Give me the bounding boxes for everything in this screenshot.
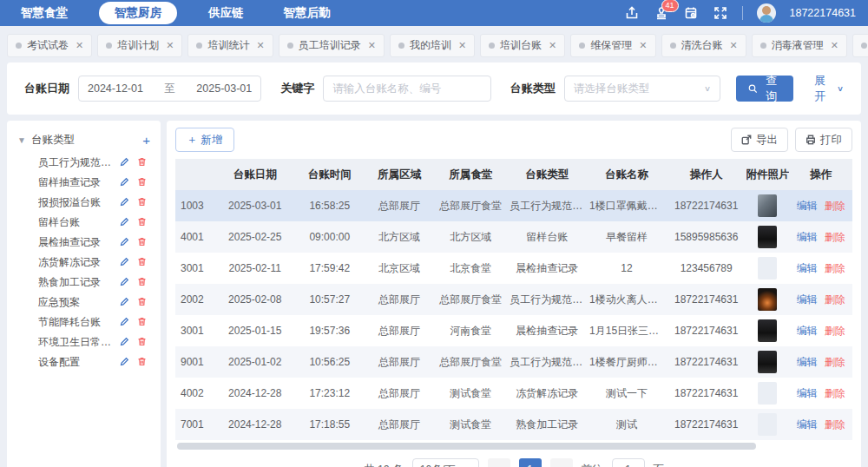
tab-9[interactable]: 安全日活动✕ — [852, 34, 868, 57]
delete-link[interactable]: 删除 — [825, 418, 845, 431]
tree-collapse-icon[interactable]: ▼ — [17, 135, 26, 145]
tree-item-8[interactable]: 节能降耗台账 — [16, 312, 152, 332]
delete-link[interactable]: 删除 — [825, 293, 845, 306]
table-row[interactable]: 30012025-01-1519:57:36总部展厅河南食堂晨检抽查记录1月15… — [175, 315, 852, 346]
attachment-thumbnail[interactable] — [758, 351, 777, 373]
scrollbar-thumb[interactable] — [177, 443, 756, 450]
close-icon[interactable]: ✕ — [730, 40, 738, 51]
close-icon[interactable]: ✕ — [256, 40, 264, 51]
ledger-type-select[interactable]: 请选择台账类型 ∨ — [564, 76, 720, 102]
delete-icon[interactable] — [133, 177, 150, 189]
edit-icon[interactable] — [115, 237, 133, 249]
close-icon[interactable]: ✕ — [549, 40, 556, 51]
edit-icon[interactable] — [115, 337, 133, 349]
delete-link[interactable]: 删除 — [825, 231, 845, 243]
delete-icon[interactable] — [133, 217, 150, 229]
edit-icon[interactable] — [115, 157, 133, 169]
goto-page-input[interactable] — [612, 458, 645, 467]
tree-root-ledger-type[interactable]: ▼ 台账类型 + — [16, 131, 152, 153]
fullscreen-icon[interactable] — [713, 5, 728, 21]
table-row[interactable]: 90012025-01-0210:56:25总部展厅总部展厅食堂员工行为规范抽.… — [175, 346, 852, 378]
tab-8[interactable]: 消毒液管理✕ — [752, 34, 847, 57]
close-icon[interactable]: ✕ — [76, 40, 83, 51]
tab-6[interactable]: 维保管理✕ — [570, 34, 655, 57]
delete-icon[interactable] — [133, 357, 150, 369]
delete-icon[interactable] — [133, 317, 150, 329]
table-row[interactable]: 20022025-02-0810:57:27总部展厅总部展厅食堂员工行为规范抽.… — [175, 284, 852, 315]
next-page-button[interactable]: › — [550, 458, 573, 467]
approval-stamp-icon[interactable]: 41 — [654, 5, 669, 21]
attachment-thumbnail[interactable] — [758, 226, 777, 248]
table-row[interactable]: 40012025-02-2509:00:00北方区域北方区域留样台账早餐留样15… — [175, 221, 852, 253]
expand-toggle[interactable]: 展开 ∨ — [814, 73, 844, 104]
delete-icon[interactable] — [133, 297, 150, 309]
attachment-thumbnail[interactable] — [758, 319, 777, 342]
table-row[interactable]: 40022024-12-2817:23:12总部展厅测试食堂冻货解冻记录测试一下… — [175, 378, 852, 409]
delete-icon[interactable] — [133, 237, 150, 249]
delete-icon[interactable] — [133, 337, 150, 349]
delete-icon[interactable] — [133, 277, 150, 289]
date-start-value[interactable]: 2024-12-01 — [88, 82, 143, 95]
close-icon[interactable]: ✕ — [639, 40, 647, 51]
search-button[interactable]: 查询 — [736, 76, 793, 102]
current-page-button[interactable]: 1 — [519, 458, 542, 467]
delete-link[interactable]: 删除 — [825, 356, 845, 368]
edit-icon[interactable] — [115, 197, 133, 209]
edit-link[interactable]: 编辑 — [797, 387, 818, 399]
tab-1[interactable]: 培训计划✕ — [97, 34, 182, 57]
date-end-value[interactable]: 2025-03-01 — [196, 82, 252, 95]
tree-item-3[interactable]: 留样台账 — [16, 213, 152, 233]
tree-item-10[interactable]: 设备配置 — [16, 352, 152, 372]
close-icon[interactable]: ✕ — [166, 40, 174, 51]
tab-4[interactable]: 我的培训✕ — [390, 34, 475, 57]
delete-link[interactable]: 删除 — [825, 325, 845, 337]
edit-link[interactable]: 编辑 — [797, 418, 818, 431]
nav-item-0[interactable]: 智慧食堂 — [12, 3, 76, 23]
close-icon[interactable]: ✕ — [458, 40, 466, 51]
nav-item-1[interactable]: 智慧厨房 — [99, 2, 177, 24]
edit-icon[interactable] — [115, 217, 133, 229]
delete-icon[interactable] — [133, 257, 150, 269]
user-avatar[interactable] — [757, 3, 776, 23]
tree-item-4[interactable]: 晨检抽查记录 — [16, 233, 152, 253]
tab-0[interactable]: 考试试卷✕ — [7, 34, 92, 57]
attachment-thumbnail[interactable] — [758, 382, 777, 405]
nav-item-2[interactable]: 供应链 — [200, 3, 253, 23]
export-button[interactable]: 导出 — [731, 128, 788, 152]
edit-icon[interactable] — [115, 277, 133, 289]
tree-item-7[interactable]: 应急预案 — [16, 293, 152, 312]
delete-icon[interactable] — [133, 197, 150, 209]
tree-item-1[interactable]: 留样抽查记录 — [16, 173, 152, 193]
edit-link[interactable]: 编辑 — [797, 231, 818, 243]
tab-7[interactable]: 清洗台账✕ — [661, 34, 746, 57]
tab-3[interactable]: 员工培训记录✕ — [279, 34, 385, 57]
tree-item-9[interactable]: 环境卫生日常记录 — [16, 332, 152, 352]
edit-icon[interactable] — [115, 357, 133, 369]
tree-item-2[interactable]: 报损报溢台账 — [16, 193, 152, 213]
edit-icon[interactable] — [115, 257, 133, 269]
tree-item-6[interactable]: 熟食加工记录 — [16, 273, 152, 293]
delete-link[interactable]: 删除 — [825, 262, 845, 274]
date-range-input[interactable]: 2024-12-01 至 2025-03-01 — [78, 76, 261, 102]
add-type-icon[interactable]: + — [142, 134, 150, 147]
edit-icon[interactable] — [115, 317, 133, 329]
tab-5[interactable]: 培训台账✕ — [480, 34, 565, 57]
attachment-thumbnail[interactable] — [758, 194, 777, 217]
delete-link[interactable]: 删除 — [825, 200, 845, 212]
edit-link[interactable]: 编辑 — [797, 262, 818, 274]
delete-icon[interactable] — [133, 157, 150, 169]
nav-item-3[interactable]: 智慧后勤 — [275, 3, 339, 23]
edit-link[interactable]: 编辑 — [797, 293, 818, 306]
tree-item-0[interactable]: 员工行为规范抽查记录 — [16, 153, 152, 173]
edit-link[interactable]: 编辑 — [797, 356, 818, 368]
table-row[interactable]: 30012025-02-1117:59:42北京区域北京食堂晨检抽查记录1212… — [175, 253, 852, 284]
close-icon[interactable]: ✕ — [831, 40, 838, 51]
print-button[interactable]: 打印 — [795, 128, 852, 152]
horizontal-scrollbar[interactable] — [177, 443, 851, 450]
edit-link[interactable]: 编辑 — [797, 325, 818, 337]
edit-icon[interactable] — [115, 297, 133, 309]
attachment-thumbnail[interactable] — [758, 288, 777, 311]
table-row[interactable]: 70012024-12-2817:18:55总部展厅测试食堂熟食加工记录测试18… — [175, 409, 852, 440]
attachment-thumbnail[interactable] — [758, 413, 777, 436]
delete-link[interactable]: 删除 — [825, 387, 845, 399]
